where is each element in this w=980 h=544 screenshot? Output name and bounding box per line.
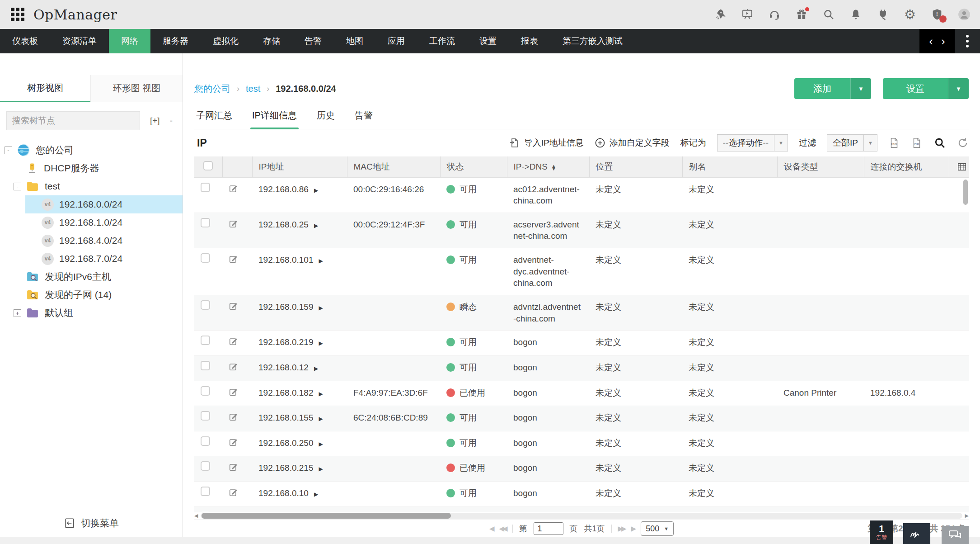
nav-item-thirdparty[interactable]: 第三方嵌入测试 — [550, 29, 635, 53]
column-header-location[interactable]: 位置 — [589, 156, 682, 177]
page-size-select[interactable]: 500 ▼ — [641, 521, 674, 536]
support-headset-icon[interactable] — [768, 8, 781, 21]
nav-item-inventory[interactable]: 资源清单 — [50, 29, 109, 53]
tree-item-company[interactable]: - 您的公司 — [0, 141, 183, 159]
nav-item-apps[interactable]: 应用 — [375, 29, 417, 53]
expand-ip-icon[interactable]: ▶ — [314, 365, 318, 372]
hscroll-right-icon[interactable]: ▶ — [965, 513, 969, 519]
select-all-checkbox[interactable] — [203, 161, 213, 170]
tree-item-ipv6-hosts[interactable]: 发现的IPv6主机 — [0, 268, 183, 286]
edit-ip-icon[interactable] — [229, 412, 239, 422]
column-header-switch[interactable]: 连接的交换机 — [864, 156, 949, 177]
nav-overflow-menu-icon[interactable] — [955, 29, 980, 53]
global-search-icon[interactable] — [822, 8, 835, 21]
expand-toggle-icon[interactable]: + — [14, 309, 21, 317]
column-header-device-type[interactable]: 设备类型 — [777, 156, 864, 177]
expand-ip-icon[interactable]: ▶ — [319, 441, 323, 447]
edit-ip-icon[interactable] — [229, 462, 239, 472]
apps-grid-icon[interactable] — [11, 8, 24, 21]
edit-ip-icon[interactable] — [229, 387, 239, 397]
filter-select[interactable]: 全部IP ▼ — [827, 134, 877, 151]
column-header-dns[interactable]: IP->DNS▲▼ — [507, 156, 589, 177]
tree-item-subnet-0[interactable]: v4 192.168.0.0/24 — [25, 195, 183, 213]
row-checkbox[interactable] — [201, 336, 210, 345]
add-button[interactable]: 添加 ▼ — [794, 78, 871, 99]
expand-ip-icon[interactable]: ▶ — [314, 222, 318, 229]
horizontal-scrollbar-thumb[interactable] — [202, 513, 451, 519]
action-select[interactable]: --选择动作-- ▼ — [717, 134, 788, 151]
first-page-icon[interactable]: ◀ — [489, 525, 493, 533]
expand-ip-icon[interactable]: ▶ — [314, 491, 318, 497]
rocket-icon[interactable] — [713, 8, 727, 21]
tab-tree-view[interactable]: 树形视图 — [0, 75, 90, 102]
sort-icon[interactable]: ▲▼ — [551, 165, 556, 170]
table-search-icon[interactable] — [933, 137, 946, 149]
tree-search-input[interactable] — [6, 111, 140, 130]
column-header-status[interactable]: 状态 — [440, 156, 507, 177]
user-avatar[interactable] — [957, 8, 971, 21]
expand-ip-icon[interactable]: ▶ — [319, 466, 323, 472]
feedback-widget[interactable] — [903, 523, 930, 544]
edit-ip-icon[interactable] — [229, 254, 239, 264]
edit-ip-icon[interactable] — [229, 301, 239, 311]
row-checkbox[interactable] — [201, 300, 210, 310]
nav-item-storage[interactable]: 存储 — [251, 29, 292, 53]
tree-item-subnet-4[interactable]: v4 192.168.4.0/24 — [25, 232, 183, 250]
tree-item-subnet-1[interactable]: v4 192.168.1.0/24 — [25, 213, 183, 232]
collapse-all-button[interactable]: - — [170, 116, 173, 126]
edit-ip-icon[interactable] — [229, 362, 239, 372]
tab-ip-details[interactable]: IP详细信息 — [252, 109, 297, 129]
row-checkbox[interactable] — [201, 218, 210, 227]
nav-scroll-left-icon[interactable]: ‹ — [929, 35, 933, 47]
expand-ip-icon[interactable]: ▶ — [314, 187, 318, 194]
export-csv-icon[interactable]: CSV — [888, 137, 900, 149]
alarm-count-widget[interactable]: 1 告警 — [870, 520, 893, 544]
expand-all-button[interactable]: [+] — [150, 116, 160, 126]
expand-ip-icon[interactable]: ▶ — [319, 340, 323, 346]
column-header-ip[interactable]: IP地址 — [252, 156, 347, 177]
tree-item-dhcp-server[interactable]: DHCP服务器 — [0, 159, 183, 177]
edit-ip-icon[interactable] — [229, 437, 239, 447]
plugin-icon[interactable] — [876, 8, 890, 21]
edit-ip-icon[interactable] — [229, 184, 239, 194]
expand-ip-icon[interactable]: ▶ — [319, 258, 323, 264]
breadcrumb-company-link[interactable]: 您的公司 — [194, 83, 230, 95]
tab-subnet-summary[interactable]: 子网汇总 — [196, 109, 232, 129]
row-checkbox[interactable] — [201, 487, 210, 496]
row-checkbox[interactable] — [201, 183, 210, 192]
tree-item-test-group[interactable]: - test — [0, 177, 183, 195]
column-chooser-icon[interactable] — [956, 162, 969, 172]
settings-button[interactable]: 设置 ▼ — [883, 78, 969, 99]
settings-dropdown-caret-icon[interactable]: ▼ — [948, 78, 969, 99]
row-checkbox[interactable] — [201, 253, 210, 263]
collapse-toggle-icon[interactable]: - — [5, 147, 12, 154]
row-checkbox[interactable] — [201, 461, 210, 471]
tree-item-default-group[interactable]: + 默认组 — [0, 304, 183, 322]
gift-icon[interactable] — [795, 8, 808, 21]
nav-item-dashboard[interactable]: 仪表板 — [0, 29, 50, 53]
nav-item-reports[interactable]: 报表 — [509, 29, 550, 53]
refresh-icon[interactable] — [957, 137, 969, 149]
row-checkbox[interactable] — [201, 436, 210, 446]
notification-bell-icon[interactable] — [849, 8, 863, 21]
row-checkbox[interactable] — [201, 361, 210, 370]
nav-item-settings[interactable]: 设置 — [467, 29, 509, 53]
column-header-alias[interactable]: 别名 — [682, 156, 777, 177]
demo-board-icon[interactable] — [741, 8, 754, 21]
edit-ip-icon[interactable] — [229, 487, 239, 497]
nav-item-network[interactable]: 网络 — [109, 29, 150, 53]
import-ip-button[interactable]: 导入IP地址信息 — [509, 137, 584, 149]
vertical-scrollbar-thumb[interactable] — [963, 180, 968, 205]
row-checkbox[interactable] — [201, 386, 210, 396]
tree-item-discovered-subnets[interactable]: 发现的子网 (14) — [0, 286, 183, 304]
tab-history[interactable]: 历史 — [317, 109, 335, 129]
breadcrumb-test-link[interactable]: test — [246, 84, 260, 94]
gear-icon[interactable]: ⚙ — [903, 8, 917, 21]
tab-alarms[interactable]: 告警 — [355, 109, 373, 129]
expand-ip-icon[interactable]: ▶ — [319, 391, 323, 397]
nav-item-workflow[interactable]: 工作流 — [417, 29, 467, 53]
edit-ip-icon[interactable] — [229, 219, 239, 229]
security-alert-icon[interactable]: ! — [930, 8, 944, 21]
add-dropdown-caret-icon[interactable]: ▼ — [850, 78, 871, 99]
row-checkbox[interactable] — [201, 411, 210, 421]
